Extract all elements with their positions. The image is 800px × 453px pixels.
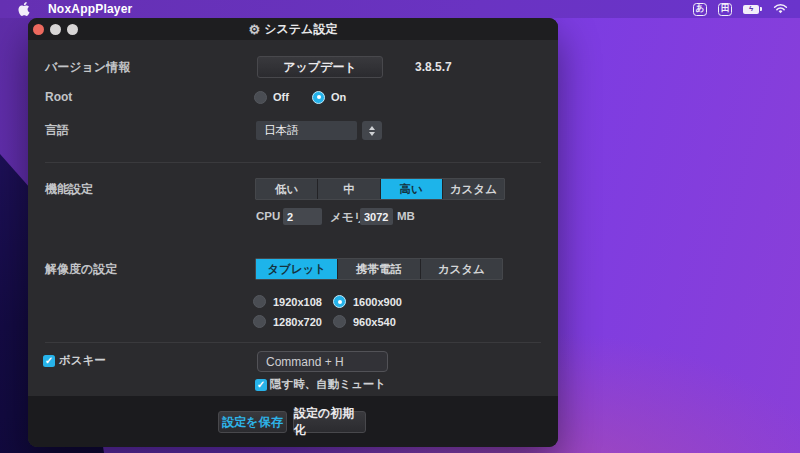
resolution-segmented-control: タブレット 携帯電話 カスタム [255,258,503,280]
dialog-titlebar[interactable]: ⚙システム設定 [28,18,558,40]
bosskey-checkbox-row[interactable]: ✓ ボスキー [43,353,106,368]
performance-segmented-control: 低い 中 高い カスタム [255,178,505,200]
resolution-radio-1600[interactable]: 1600x900 [333,295,402,308]
radio-off-icon[interactable] [254,91,267,104]
mute-checkbox-row[interactable]: ✓ 隠す時、自動ミュート [255,377,386,392]
wifi-icon[interactable] [773,0,788,18]
system-settings-dialog: ⚙システム設定 バージョン情報 アップデート 3.8.5.7 Root Off … [28,18,558,447]
resolution-radio-1920[interactable]: 1920x108 [253,295,322,308]
resolution-radio-1280[interactable]: 1280x720 [253,315,322,328]
version-value: 3.8.5.7 [415,56,452,78]
segment-low[interactable]: 低い [256,179,317,199]
radio-on-icon[interactable] [333,295,346,308]
checkbox-checked-icon[interactable]: ✓ [255,379,267,391]
chevron-down-icon [369,132,375,136]
dialog-title: ⚙システム設定 [28,21,558,38]
battery-charging-icon[interactable]: ϟ [743,4,762,14]
bosskey-label: ボスキー [59,353,106,368]
resolution-label: 解像度の設定 [45,258,117,280]
save-settings-button[interactable]: 設定を保存 [218,411,287,433]
segment-high[interactable]: 高い [381,179,442,199]
radio-off-icon[interactable] [253,295,266,308]
menubar-app-title[interactable]: NoxAppPlayer [48,2,132,16]
apple-menu[interactable] [18,2,30,16]
checkbox-checked-icon[interactable]: ✓ [43,355,55,367]
segment-phone[interactable]: 携帯電話 [338,259,419,279]
segment-resolution-custom[interactable]: カスタム [421,259,502,279]
radio-off-icon[interactable] [253,315,266,328]
section-divider [45,162,541,163]
apple-logo-icon [18,2,30,16]
segment-tablet[interactable]: タブレット [256,259,337,279]
select-stepper-icon[interactable] [362,121,382,140]
gear-icon: ⚙ [249,22,261,37]
radio-on-icon[interactable] [312,91,325,104]
section-divider [45,342,541,343]
bosskey-shortcut-input[interactable] [257,351,388,372]
segment-custom[interactable]: カスタム [443,179,504,199]
chevron-up-icon [369,126,375,130]
version-label: バージョン情報 [45,56,130,78]
language-select[interactable]: 日本語 [256,121,357,140]
cpu-label: CPU [256,210,280,222]
root-radio-off[interactable]: Off [254,86,289,108]
cpu-input[interactable] [283,208,322,225]
language-label: 言語 [45,121,69,140]
performance-label: 機能設定 [45,178,93,200]
input-source-icon[interactable]: 田 [718,3,732,16]
segment-medium[interactable]: 中 [318,179,379,199]
menubar-status-area: あ 田 ϟ [693,0,788,18]
update-button[interactable]: アップデート [257,56,383,78]
reset-settings-button[interactable]: 設定の初期化 [293,411,366,433]
desktop-wallpaper: NoxAppPlayer あ 田 ϟ ⚙システム設定 [0,0,800,453]
root-label: Root [45,86,72,108]
memory-unit: MB [397,210,415,222]
japanese-input-icon[interactable]: あ [693,3,707,16]
mute-label: 隠す時、自動ミュート [270,377,386,392]
menu-bar: NoxAppPlayer あ 田 ϟ [0,0,800,18]
root-radio-on[interactable]: On [312,86,346,108]
memory-input[interactable] [360,208,393,225]
radio-off-icon[interactable] [333,315,346,328]
resolution-radio-960[interactable]: 960x540 [333,315,396,328]
